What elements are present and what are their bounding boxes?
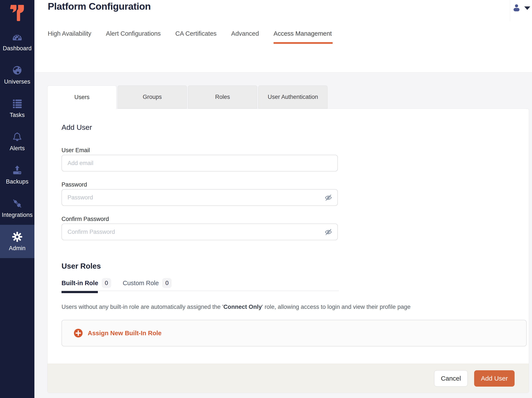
user-email-label: User Email [62, 147, 338, 154]
sidebar-item-backups[interactable]: Backups [0, 158, 34, 192]
backups-upload-icon [12, 165, 23, 176]
app-logo[interactable] [0, 0, 34, 25]
sidebar: Dashboard Universes Tasks [0, 0, 34, 398]
user-avatar-icon [512, 3, 521, 12]
universes-globe-icon [12, 65, 23, 76]
eye-slash-icon [324, 193, 333, 202]
sidebar-item-tasks[interactable]: Tasks [0, 92, 34, 125]
sidebar-item-integrations[interactable]: Integrations [0, 192, 34, 225]
dashboard-gauge-icon [12, 31, 23, 42]
sidebar-item-universes[interactable]: Universes [0, 58, 34, 92]
sidebar-item-label: Admin [9, 245, 25, 252]
password-label: Password [62, 181, 338, 188]
form-footer: Cancel Add User [48, 364, 529, 393]
yugabyte-logo-icon [9, 3, 25, 23]
sidebar-nav: Dashboard Universes Tasks [0, 25, 34, 258]
user-roles-tabs: Built-in Role 0 Custom Role 0 [62, 278, 339, 291]
confirm-password-visibility-toggle[interactable] [323, 226, 334, 237]
add-user-panel: Add User User Email Password [47, 109, 529, 393]
tab-high-availability[interactable]: High Availability [48, 30, 91, 51]
sidebar-item-label: Backups [6, 178, 29, 185]
sidebar-item-alerts[interactable]: Alerts [0, 125, 34, 158]
confirm-password-label: Confirm Password [62, 215, 338, 223]
user-email-field-group: User Email [62, 147, 338, 172]
tab-ca-certificates[interactable]: CA Certificates [175, 30, 216, 51]
tasks-list-icon [12, 98, 23, 109]
sidebar-item-admin[interactable]: Admin [0, 225, 34, 258]
user-roles-heading: User Roles [62, 262, 526, 270]
sidebar-item-label: Alerts [10, 145, 25, 152]
sidebar-item-label: Integrations [2, 212, 33, 218]
password-input[interactable] [62, 189, 338, 206]
subtab-users[interactable]: Users [47, 86, 117, 109]
built-in-role-count-badge: 0 [102, 278, 111, 288]
assign-built-in-role-button[interactable]: Assign New Built-In Role [62, 320, 527, 346]
tab-built-in-role[interactable]: Built-in Role 0 [62, 278, 111, 288]
plus-circle-icon [74, 328, 83, 338]
subtab-groups[interactable]: Groups [118, 86, 187, 109]
password-visibility-toggle[interactable] [323, 192, 334, 203]
page-header: Platform Configuration High Availability… [34, 0, 532, 72]
custom-role-count-badge: 0 [162, 278, 171, 288]
content-area: Users Groups Roles User Authentication A… [34, 72, 532, 398]
tab-alert-configurations[interactable]: Alert Configurations [106, 30, 161, 51]
alerts-bell-icon [12, 131, 23, 142]
confirm-password-input[interactable] [62, 224, 338, 240]
cancel-button[interactable]: Cancel [434, 370, 468, 387]
assign-built-in-role-label: Assign New Built-In Role [88, 330, 161, 337]
access-management-subtabs: Users Groups Roles User Authentication [47, 86, 532, 109]
sidebar-item-label: Universes [4, 78, 30, 85]
subtab-roles[interactable]: Roles [188, 86, 257, 109]
sidebar-item-label: Tasks [10, 112, 25, 118]
subtab-user-authentication[interactable]: User Authentication [258, 86, 328, 109]
sidebar-item-label: Dashboard [3, 45, 32, 52]
admin-gear-icon [12, 231, 23, 242]
sidebar-item-dashboard[interactable]: Dashboard [0, 25, 34, 58]
platform-config-tabs: High Availability Alert Configurations C… [48, 30, 332, 51]
header-divider [510, 0, 510, 21]
custom-role-label: Custom Role [123, 279, 159, 287]
user-email-input[interactable] [62, 155, 338, 172]
tab-access-management[interactable]: Access Management [273, 30, 332, 51]
page-title: Platform Configuration [48, 1, 151, 12]
confirm-password-field-group: Confirm Password [62, 215, 338, 240]
eye-slash-icon [324, 228, 333, 236]
add-user-heading: Add User [62, 123, 526, 131]
chevron-down-icon [524, 6, 530, 10]
tab-advanced[interactable]: Advanced [231, 30, 259, 51]
add-user-button[interactable]: Add User [474, 370, 515, 387]
integrations-plug-icon [12, 198, 23, 209]
user-menu[interactable] [512, 3, 530, 12]
tab-custom-role[interactable]: Custom Role 0 [123, 278, 172, 288]
add-user-form: Add User User Email Password [48, 109, 529, 364]
password-field-group: Password [62, 181, 338, 206]
main-area: Platform Configuration High Availability… [34, 0, 532, 398]
built-in-role-label: Built-in Role [62, 279, 98, 287]
roles-description: Users without any built-in role are auto… [62, 303, 526, 311]
